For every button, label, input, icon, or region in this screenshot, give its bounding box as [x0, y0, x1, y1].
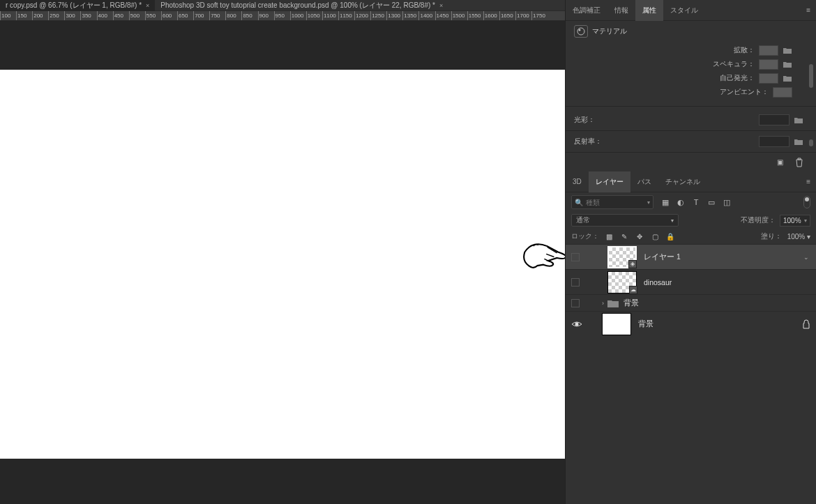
- filter-toggle[interactable]: [803, 196, 810, 208]
- tab-color-adjust[interactable]: 色調補正: [566, 0, 607, 21]
- document-tab-2[interactable]: Photoshop 3D soft toy tutoprial create b…: [155, 0, 448, 11]
- filter-pixel-icon[interactable]: ▦: [660, 197, 670, 207]
- material-icon: [574, 25, 588, 38]
- trash-icon[interactable]: [794, 157, 805, 168]
- blend-mode-label: 通常: [576, 215, 590, 225]
- layer-name[interactable]: 背景: [638, 319, 653, 329]
- scroll-caret-icon[interactable]: [809, 139, 813, 146]
- filter-adjustment-icon[interactable]: ◐: [676, 197, 686, 207]
- prop-label: 拡散：: [566, 45, 759, 55]
- layer-lock-row: ロック： ▩ ✎ ✥ ▢ 🔒 塗り： 100% ▾: [566, 229, 816, 244]
- visibility-toggle[interactable]: [571, 319, 582, 330]
- color-swatch[interactable]: [759, 73, 778, 84]
- fill-field[interactable]: 100% ▾: [787, 233, 810, 240]
- blend-mode-select[interactable]: 通常 ▾: [571, 214, 679, 227]
- close-icon[interactable]: ×: [439, 0, 443, 11]
- filter-type-icon[interactable]: T: [691, 197, 701, 207]
- filter-smartobject-icon[interactable]: ◫: [722, 197, 732, 207]
- chevron-right-icon[interactable]: ›: [602, 300, 604, 307]
- canvas-area[interactable]: [0, 21, 565, 504]
- folder-icon[interactable]: [794, 116, 803, 124]
- layer-row[interactable]: dinosaur: [566, 269, 816, 294]
- ruler-tick: 1750: [531, 11, 547, 21]
- divider: [566, 106, 816, 107]
- divider: [566, 130, 816, 131]
- ruler-tick: 200: [32, 11, 48, 21]
- color-swatch[interactable]: [759, 45, 778, 56]
- folder-icon[interactable]: [794, 137, 803, 146]
- document-tab-label: Photoshop 3D soft toy tutoprial create b…: [160, 0, 435, 11]
- search-icon: 🔍: [575, 199, 583, 206]
- layer-filter-input[interactable]: [586, 199, 635, 206]
- svg-point-1: [579, 29, 581, 31]
- ruler-tick: 1200: [354, 11, 370, 21]
- render-icon[interactable]: ▣: [774, 157, 785, 168]
- lock-position-icon[interactable]: ✥: [635, 232, 644, 240]
- tab-3d[interactable]: 3D: [566, 171, 589, 192]
- lock-all-icon[interactable]: 🔒: [666, 232, 674, 240]
- prop-diffuse-row: 拡散：: [566, 43, 816, 57]
- canvas[interactable]: [0, 70, 565, 459]
- tab-styles[interactable]: スタイル: [663, 0, 705, 21]
- visibility-toggle[interactable]: [571, 253, 580, 261]
- panel-menu-icon[interactable]: ≡: [801, 178, 816, 185]
- layer-name[interactable]: レイヤー 1: [644, 252, 681, 262]
- tab-info[interactable]: 情報: [607, 0, 635, 21]
- document-workspace: r copy.psd @ 66.7% (レイヤー 1, RGB/8#) * × …: [0, 0, 565, 504]
- ruler-tick: 1100: [322, 11, 338, 21]
- folder-icon[interactable]: [783, 60, 792, 68]
- ruler-tick: 1450: [435, 11, 451, 21]
- ruler-tick: 900: [258, 11, 274, 21]
- close-icon[interactable]: ×: [146, 0, 149, 11]
- ruler-tick: 1000: [290, 11, 306, 21]
- visibility-toggle[interactable]: [571, 278, 580, 287]
- lock-brush-icon[interactable]: ✎: [620, 232, 628, 240]
- filter-shape-icon[interactable]: ▭: [707, 197, 716, 207]
- folder-icon[interactable]: [783, 74, 792, 82]
- chevron-down-icon[interactable]: ⌄: [803, 254, 810, 261]
- layer-row[interactable]: 背景: [566, 311, 816, 336]
- layer-row[interactable]: レイヤー 1 ⌄: [566, 244, 816, 269]
- layer-list: レイヤー 1 ⌄ dinosaur › 背景: [566, 244, 816, 336]
- tab-properties[interactable]: 属性: [635, 0, 663, 21]
- layer-thumbnail[interactable]: [607, 246, 637, 268]
- layer-name[interactable]: dinosaur: [644, 278, 672, 287]
- layer-name[interactable]: 背景: [624, 298, 639, 308]
- lock-label: ロック：: [571, 231, 599, 241]
- layer-filter-select[interactable]: 🔍 ▾: [571, 195, 653, 209]
- ruler-tick: 1600: [483, 11, 499, 21]
- fill-value: 100%: [787, 233, 806, 240]
- scrollbar-thumb[interactable]: [809, 64, 813, 88]
- folder-icon[interactable]: [783, 46, 792, 54]
- document-tab-1[interactable]: r copy.psd @ 66.7% (レイヤー 1, RGB/8#) * ×: [0, 0, 155, 11]
- lock-artboard-icon[interactable]: ▢: [651, 232, 659, 240]
- color-swatch[interactable]: [759, 59, 778, 70]
- tab-paths[interactable]: パス: [630, 171, 658, 192]
- opacity-value: 100%: [783, 217, 801, 224]
- layer-thumbnail[interactable]: [607, 271, 637, 293]
- color-swatch[interactable]: [773, 87, 792, 98]
- tab-layers[interactable]: レイヤー: [589, 171, 630, 192]
- ruler-tick: 1500: [451, 11, 467, 21]
- prop-label: スペキュラ：: [566, 59, 759, 69]
- panel-menu-icon[interactable]: ≡: [801, 6, 816, 14]
- value-field[interactable]: [759, 114, 789, 125]
- visibility-toggle[interactable]: [571, 299, 580, 307]
- prop-reflectivity-row: 反射率：: [566, 134, 816, 149]
- ruler-tick: 1300: [386, 11, 402, 21]
- horizontal-ruler[interactable]: 1001502002503003504004505005506006507007…: [0, 11, 565, 21]
- ruler-tick: 650: [177, 11, 193, 21]
- tab-channels[interactable]: チャンネル: [658, 171, 707, 192]
- ruler-tick: 100: [0, 11, 16, 21]
- svg-point-0: [577, 28, 584, 35]
- layers-panel: 3D レイヤー パス チャンネル ≡ 🔍 ▾ ▦ ◐ T ▭ ◫ 通常: [566, 171, 816, 336]
- document-tab-label: r copy.psd @ 66.7% (レイヤー 1, RGB/8#) *: [6, 0, 142, 11]
- opacity-field[interactable]: 100% ▾: [780, 215, 810, 227]
- ruler-tick: 1050: [306, 11, 322, 21]
- lock-transparent-icon[interactable]: ▩: [605, 232, 613, 240]
- layer-group-row[interactable]: › 背景: [566, 294, 816, 311]
- layer-thumbnail[interactable]: [602, 313, 631, 335]
- ruler-tick: 750: [209, 11, 225, 21]
- value-field[interactable]: [759, 136, 789, 147]
- ruler-tick: 1700: [515, 11, 531, 21]
